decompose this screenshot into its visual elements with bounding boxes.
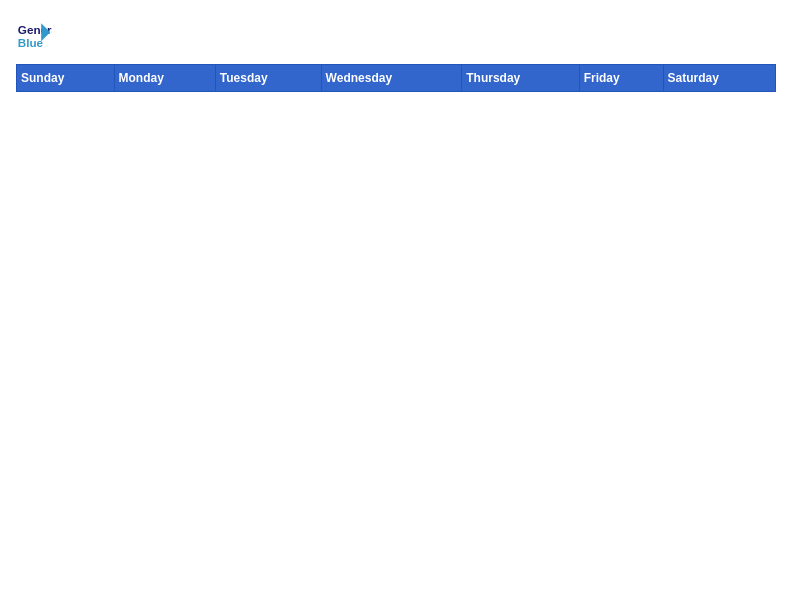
day-of-week-header: Sunday	[17, 65, 115, 92]
day-of-week-header: Wednesday	[321, 65, 462, 92]
page-header: General Blue	[16, 16, 776, 52]
day-of-week-header: Friday	[579, 65, 663, 92]
logo: General Blue	[16, 16, 52, 52]
logo-icon: General Blue	[16, 16, 52, 52]
day-of-week-header: Monday	[114, 65, 215, 92]
calendar-table: SundayMondayTuesdayWednesdayThursdayFrid…	[16, 64, 776, 92]
svg-text:Blue: Blue	[18, 36, 44, 49]
day-of-week-header: Tuesday	[215, 65, 321, 92]
day-header-row: SundayMondayTuesdayWednesdayThursdayFrid…	[17, 65, 776, 92]
day-of-week-header: Saturday	[663, 65, 776, 92]
day-of-week-header: Thursday	[462, 65, 579, 92]
